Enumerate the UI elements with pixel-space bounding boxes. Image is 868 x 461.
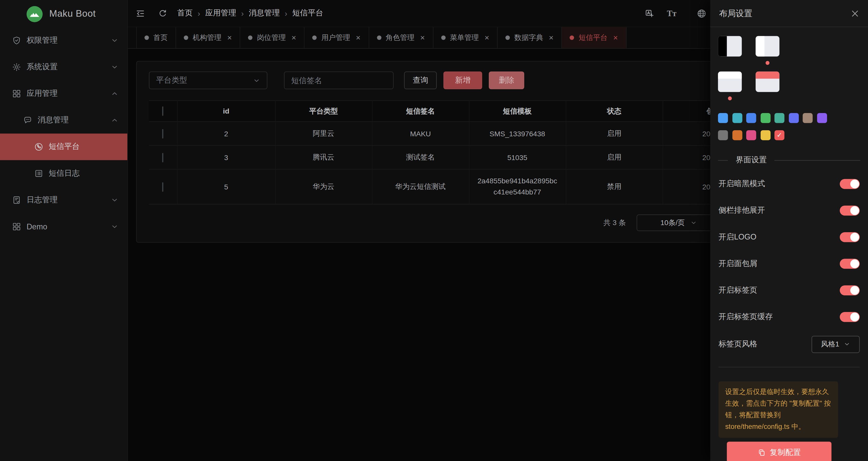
column-header-status: 状态 xyxy=(566,100,662,122)
chevron-down-icon xyxy=(844,341,850,347)
row-checkbox[interactable] xyxy=(162,153,163,162)
breadcrumb-message-management[interactable]: 消息管理 xyxy=(249,8,280,18)
theme-color-swatch[interactable] xyxy=(746,113,756,123)
theme-color-swatch[interactable] xyxy=(732,130,742,140)
row-checkbox[interactable] xyxy=(162,182,163,192)
cell-platform: 华为云 xyxy=(275,169,372,204)
sidebar-item-message-management[interactable]: 消息管理 xyxy=(0,107,127,134)
tab-dot-icon xyxy=(377,35,381,40)
close-tab-icon[interactable] xyxy=(420,34,425,41)
cell-template: 51035 xyxy=(469,145,566,169)
layout-option-light-header[interactable] xyxy=(718,71,742,92)
translate-icon[interactable] xyxy=(645,8,654,18)
breadcrumb-home[interactable]: 首页 xyxy=(177,8,192,18)
copy-config-label: 复制配置 xyxy=(770,448,801,458)
globe-icon[interactable] xyxy=(697,8,706,18)
chevron-down-icon xyxy=(111,196,119,204)
close-tab-icon[interactable] xyxy=(549,34,554,41)
theme-color-swatch-selected[interactable] xyxy=(775,130,784,140)
chevron-down-icon xyxy=(111,37,119,45)
thumb-header-bar xyxy=(755,71,779,79)
tab-cache-toggle[interactable] xyxy=(840,312,860,322)
tab-label: 数据字典 xyxy=(514,33,543,42)
tab-org-management[interactable]: 机构管理 xyxy=(176,27,241,48)
refresh-icon[interactable] xyxy=(158,9,167,18)
sms-sign-input[interactable] xyxy=(284,71,394,89)
theme-color-swatch[interactable] xyxy=(789,113,799,123)
row-checkbox[interactable] xyxy=(162,129,163,138)
theme-color-swatch[interactable] xyxy=(817,113,827,123)
search-button[interactable]: 查询 xyxy=(404,71,437,89)
close-tab-icon[interactable] xyxy=(291,34,296,41)
cell-template: 2a4855be941b4a2895bcc41ee544bb77 xyxy=(469,169,566,204)
close-tab-icon[interactable] xyxy=(484,34,489,41)
theme-color-swatch[interactable] xyxy=(746,130,756,140)
platform-type-select[interactable]: 平台类型 xyxy=(149,71,267,89)
column-header-platform: 平台类型 xyxy=(275,100,372,122)
cell-sign: MAKU xyxy=(372,122,469,145)
close-drawer-icon[interactable] xyxy=(851,9,859,18)
font-size-icon[interactable]: Tᴛ xyxy=(667,8,677,18)
tabs-toggle[interactable] xyxy=(840,286,860,295)
sidebar-accordion-toggle[interactable] xyxy=(840,206,860,215)
add-button[interactable]: 新增 xyxy=(443,71,482,89)
breadcrumb-toggle[interactable] xyxy=(840,259,860,268)
copy-config-button[interactable]: 复制配置 xyxy=(727,441,831,461)
theme-color-swatch[interactable] xyxy=(761,113,770,123)
toggle-row-breadcrumb: 开启面包屑 xyxy=(718,250,860,277)
close-tab-icon[interactable] xyxy=(356,34,361,41)
sidebar-item-sms-log[interactable]: 短信日志 xyxy=(0,160,127,186)
dark-mode-toggle[interactable] xyxy=(840,179,860,189)
sidebar: Maku Boot 权限管理 系统设置 应用管理 消息管理 xyxy=(0,0,127,461)
sidebar-item-label: 消息管理 xyxy=(38,115,69,125)
theme-color-swatch[interactable] xyxy=(761,130,770,140)
sidebar-item-sms-platform[interactable]: 短信平台 xyxy=(0,134,127,160)
close-tab-icon[interactable] xyxy=(227,34,232,41)
tab-data-dictionary[interactable]: 数据字典 xyxy=(498,27,562,48)
close-tab-icon[interactable] xyxy=(613,34,618,41)
cell-platform: 腾讯云 xyxy=(275,145,372,169)
sidebar-item-label: 权限管理 xyxy=(27,35,58,45)
tab-sms-platform[interactable]: 短信平台 xyxy=(562,27,626,48)
tab-label: 岗位管理 xyxy=(257,33,286,42)
gear-icon xyxy=(12,63,21,71)
layout-option-primary-header[interactable] xyxy=(755,71,779,92)
sidebar-item-system-settings[interactable]: 系统设置 xyxy=(0,54,127,80)
tab-style-select[interactable]: 风格1 xyxy=(811,336,860,353)
breadcrumb-separator: › xyxy=(285,9,287,18)
toggle-row-dark-mode: 开启暗黑模式 xyxy=(718,171,860,197)
layout-option-dark-sidebar[interactable] xyxy=(718,36,742,56)
tab-post-management[interactable]: 岗位管理 xyxy=(241,27,305,48)
theme-color-swatch[interactable] xyxy=(803,113,812,123)
breadcrumb-app-management[interactable]: 应用管理 xyxy=(205,8,236,18)
tab-style-row: 标签页风格 风格1 xyxy=(718,331,860,357)
sidebar-item-demo[interactable]: Demo xyxy=(0,213,127,240)
select-all-checkbox[interactable] xyxy=(162,107,163,116)
theme-color-swatch[interactable] xyxy=(718,130,728,140)
logo-toggle[interactable] xyxy=(840,232,860,242)
table-row: 3 腾讯云 测试签名 51035 启用 2022-08-20 xyxy=(149,145,779,169)
delete-button[interactable]: 删除 xyxy=(489,71,524,89)
tab-dot-icon xyxy=(505,35,510,40)
layout-option-light-sidebar[interactable] xyxy=(755,36,779,56)
tab-home[interactable]: 首页 xyxy=(136,27,176,48)
sidebar-item-app-management[interactable]: 应用管理 xyxy=(0,80,127,107)
cell-template: SMS_133976438 xyxy=(469,122,566,145)
page-size-select[interactable]: 10条/页 xyxy=(637,214,721,231)
sidebar-item-log-management[interactable]: 日志管理 xyxy=(0,186,127,213)
tab-dot-icon xyxy=(441,35,445,40)
tab-dot-icon xyxy=(184,35,188,40)
tab-role-management[interactable]: 角色管理 xyxy=(369,27,434,48)
tab-user-management[interactable]: 用户管理 xyxy=(305,27,369,48)
cell-status: 禁用 xyxy=(566,169,662,204)
theme-color-swatch[interactable] xyxy=(775,113,784,123)
tab-menu-management[interactable]: 菜单管理 xyxy=(434,27,498,48)
toggle-row-tabs: 开启标签页 xyxy=(718,277,860,304)
theme-color-swatch[interactable] xyxy=(732,113,742,123)
collapse-sidebar-icon[interactable] xyxy=(136,8,145,18)
sidebar-item-label: 系统设置 xyxy=(27,62,58,72)
sidebar-item-permissions[interactable]: 权限管理 xyxy=(0,27,127,54)
theme-color-swatch[interactable] xyxy=(718,113,728,123)
thumb-sidebar-bar xyxy=(755,36,765,56)
chevron-up-icon xyxy=(111,116,119,124)
